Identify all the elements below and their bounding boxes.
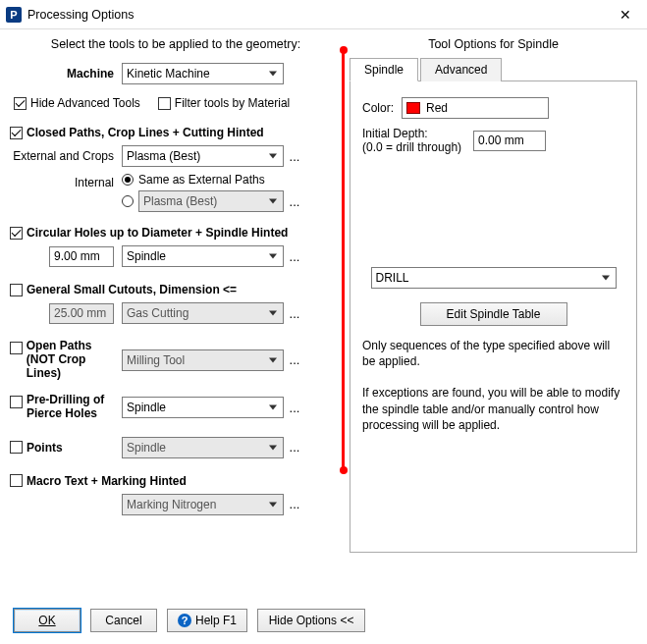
points-more-button[interactable]: ... bbox=[288, 440, 301, 455]
note-1: Only sequences of the type specified abo… bbox=[362, 338, 624, 369]
radio-on-icon bbox=[122, 174, 134, 186]
internal-label: Internal bbox=[10, 173, 122, 189]
points-checkbox[interactable]: Points bbox=[10, 441, 63, 455]
checkbox-icon bbox=[10, 127, 23, 139]
macro-text-checkbox[interactable]: Macro Text + Marking Hinted bbox=[10, 474, 187, 488]
circular-holes-diameter-value: 9.00 mm bbox=[54, 249, 100, 263]
chevron-down-icon bbox=[265, 352, 281, 368]
sequence-select[interactable]: DRILL bbox=[371, 267, 617, 289]
chevron-down-icon bbox=[265, 193, 281, 209]
tab-spindle[interactable]: Spindle bbox=[350, 58, 418, 81]
open-paths-label-l2: (NOT Crop Lines) bbox=[27, 352, 86, 380]
internal-same-label: Same as External Paths bbox=[138, 173, 265, 187]
internal-select[interactable]: Plasma (Best) bbox=[138, 190, 284, 212]
closed-paths-checkbox[interactable]: Closed Paths, Crop Lines + Cutting Hinte… bbox=[10, 126, 264, 139]
predrill-checkbox[interactable]: Pre-Drilling of Pierce Holes bbox=[10, 394, 104, 421]
circular-holes-tool-select[interactable]: Spindle bbox=[122, 245, 284, 267]
checkbox-icon bbox=[10, 441, 23, 454]
predrill-more-button[interactable]: ... bbox=[288, 401, 301, 415]
machine-select[interactable]: Kinetic Machine bbox=[122, 63, 284, 84]
hide-advanced-tools-checkbox[interactable]: Hide Advanced Tools bbox=[14, 96, 140, 110]
internal-value: Plasma (Best) bbox=[143, 194, 217, 208]
right-panel: Tool Options for Spindle Spindle Advance… bbox=[342, 29, 647, 599]
chevron-down-icon bbox=[265, 440, 281, 456]
open-paths-more-button[interactable]: ... bbox=[288, 352, 301, 367]
checkbox-icon bbox=[158, 97, 171, 110]
button-bar: OK Cancel ? Help F1 Hide Options << bbox=[0, 599, 647, 632]
edit-spindle-table-button[interactable]: Edit Spindle Table bbox=[420, 302, 567, 326]
predrill-tool-select[interactable]: Spindle bbox=[122, 397, 284, 418]
initial-depth-label-l2: (0.0 = drill through) bbox=[362, 140, 461, 154]
left-heading: Select the tools to be applied to the ge… bbox=[10, 37, 342, 51]
chevron-down-icon bbox=[265, 400, 281, 415]
chevron-down-icon bbox=[598, 270, 614, 286]
help-button[interactable]: ? Help F1 bbox=[167, 609, 247, 632]
checkbox-icon bbox=[10, 342, 23, 354]
app-icon: P bbox=[6, 7, 22, 23]
chevron-down-icon bbox=[265, 148, 281, 164]
gsc-more-button[interactable]: ... bbox=[288, 306, 301, 321]
external-crops-more-button[interactable]: ... bbox=[288, 149, 301, 164]
general-small-cutouts-checkbox[interactable]: General Small Cutouts, Dimension <= bbox=[10, 283, 237, 296]
machine-select-value: Kinetic Machine bbox=[127, 67, 210, 80]
gsc-tool-value: Gas Cutting bbox=[127, 306, 189, 320]
points-label: Points bbox=[27, 441, 63, 455]
open-paths-checkbox[interactable]: Open Paths (NOT Crop Lines) bbox=[10, 340, 122, 380]
internal-custom-radio[interactable] bbox=[122, 195, 134, 207]
internal-same-radio[interactable]: Same as External Paths bbox=[122, 173, 301, 187]
checkbox-icon bbox=[10, 284, 23, 296]
points-tool-select[interactable]: Spindle bbox=[122, 437, 284, 458]
tab-advanced[interactable]: Advanced bbox=[420, 58, 502, 81]
external-crops-value: Plasma (Best) bbox=[127, 149, 200, 163]
ok-button[interactable]: OK bbox=[14, 609, 81, 632]
open-paths-label-l1: Open Paths bbox=[27, 339, 92, 352]
sequence-value: DRILL bbox=[376, 271, 409, 285]
cancel-button[interactable]: Cancel bbox=[90, 609, 157, 632]
predrill-tool-value: Spindle bbox=[127, 401, 166, 414]
predrill-label-l2: Pierce Holes bbox=[27, 406, 97, 420]
macro-text-tool-select[interactable]: Marking Nitrogen bbox=[122, 494, 284, 515]
window-title: Processing Options bbox=[27, 8, 612, 22]
general-small-cutouts-tool-select[interactable]: Gas Cutting bbox=[122, 302, 284, 324]
hide-options-button[interactable]: Hide Options << bbox=[257, 609, 365, 632]
internal-more-button[interactable]: ... bbox=[288, 194, 301, 209]
filter-by-material-checkbox[interactable]: Filter tools by Material bbox=[158, 96, 290, 110]
circular-holes-checkbox[interactable]: Circular Holes up to Diameter + Spindle … bbox=[10, 226, 288, 240]
color-label: Color: bbox=[362, 101, 394, 115]
chevron-down-icon bbox=[265, 497, 281, 512]
initial-depth-input[interactable]: 0.00 mm bbox=[473, 131, 546, 151]
checkbox-icon bbox=[10, 227, 23, 240]
predrill-label-l1: Pre-Drilling of bbox=[27, 393, 104, 406]
close-icon[interactable]: ✕ bbox=[612, 7, 639, 23]
macro-text-more-button[interactable]: ... bbox=[288, 497, 301, 511]
right-heading: Tool Options for Spindle bbox=[350, 37, 637, 51]
closed-paths-label: Closed Paths, Crop Lines + Cutting Hinte… bbox=[27, 126, 264, 139]
macro-text-label: Macro Text + Marking Hinted bbox=[27, 474, 187, 488]
chevron-down-icon bbox=[265, 248, 281, 264]
open-paths-tool-value: Milling Tool bbox=[127, 353, 185, 367]
spindle-panel: Color: Red Initial Depth: (0.0 = drill t… bbox=[350, 81, 637, 553]
color-select[interactable]: Red bbox=[402, 97, 549, 119]
help-icon: ? bbox=[178, 614, 191, 627]
macro-text-tool-value: Marking Nitrogen bbox=[127, 498, 216, 511]
hide-advanced-tools-label: Hide Advanced Tools bbox=[30, 96, 140, 110]
checkbox-icon bbox=[14, 97, 27, 110]
tabs: Spindle Advanced bbox=[350, 57, 637, 81]
circular-holes-more-button[interactable]: ... bbox=[288, 249, 301, 264]
circular-holes-label: Circular Holes up to Diameter + Spindle … bbox=[27, 226, 288, 240]
left-panel: Select the tools to be applied to the ge… bbox=[0, 29, 342, 599]
machine-label: Machine bbox=[10, 67, 122, 80]
chevron-down-icon bbox=[265, 305, 281, 321]
circular-holes-diameter-input[interactable]: 9.00 mm bbox=[49, 246, 114, 267]
filter-by-material-label: Filter tools by Material bbox=[175, 96, 290, 110]
external-crops-select[interactable]: Plasma (Best) bbox=[122, 145, 284, 167]
external-crops-label: External and Crops bbox=[10, 149, 122, 163]
circular-holes-tool-value: Spindle bbox=[127, 249, 166, 263]
open-paths-tool-select[interactable]: Milling Tool bbox=[122, 349, 284, 371]
general-small-cutouts-dim-input[interactable]: 25.00 mm bbox=[49, 303, 114, 324]
radio-off-icon bbox=[122, 195, 134, 207]
chevron-down-icon bbox=[265, 66, 281, 81]
checkbox-icon bbox=[10, 396, 23, 408]
color-value: Red bbox=[426, 101, 448, 115]
points-tool-value: Spindle bbox=[127, 441, 166, 455]
